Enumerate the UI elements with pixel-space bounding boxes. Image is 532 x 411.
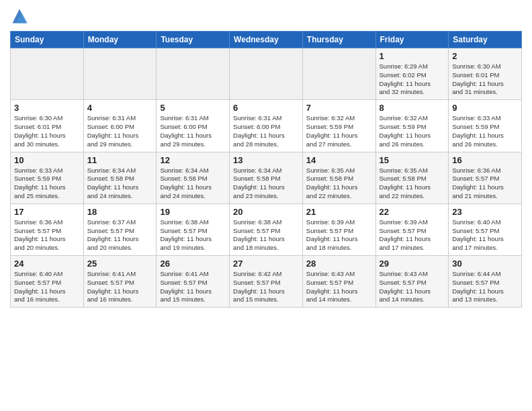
day-cell: 9Sunrise: 6:33 AM Sunset: 5:59 PM Daylig… [449,100,522,152]
day-info: Sunrise: 6:37 AM Sunset: 5:57 PM Dayligh… [87,218,153,253]
weekday-header-row: SundayMondayTuesdayWednesdayThursdayFrid… [11,32,522,48]
day-number: 22 [380,207,445,217]
day-info: Sunrise: 6:36 AM Sunset: 5:57 PM Dayligh… [14,218,80,253]
day-number: 5 [160,103,226,113]
week-row-5: 24Sunrise: 6:40 AM Sunset: 5:57 PM Dayli… [11,256,522,308]
day-cell [83,48,157,100]
calendar: SundayMondayTuesdayWednesdayThursdayFrid… [10,31,522,308]
day-cell: 25Sunrise: 6:41 AM Sunset: 5:57 PM Dayli… [83,256,157,308]
day-info: Sunrise: 6:38 AM Sunset: 5:57 PM Dayligh… [160,218,226,253]
day-number: 7 [306,103,372,113]
day-info: Sunrise: 6:43 AM Sunset: 5:57 PM Dayligh… [380,270,445,304]
day-number: 4 [87,103,153,113]
day-number: 19 [160,207,226,217]
day-info: Sunrise: 6:31 AM Sunset: 6:00 PM Dayligh… [87,114,153,148]
day-number: 6 [233,103,299,113]
day-info: Sunrise: 6:34 AM Sunset: 5:58 PM Dayligh… [233,167,299,201]
day-info: Sunrise: 6:32 AM Sunset: 5:59 PM Dayligh… [380,114,445,148]
week-row-4: 17Sunrise: 6:36 AM Sunset: 5:57 PM Dayli… [11,203,522,255]
day-info: Sunrise: 6:36 AM Sunset: 5:57 PM Dayligh… [452,167,518,201]
day-cell: 3Sunrise: 6:30 AM Sunset: 6:01 PM Daylig… [11,100,84,152]
day-cell: 13Sunrise: 6:34 AM Sunset: 5:58 PM Dayli… [230,152,303,203]
day-cell [11,48,84,100]
weekday-header-sunday: Sunday [11,32,84,48]
day-cell: 1Sunrise: 6:29 AM Sunset: 6:02 PM Daylig… [375,48,449,100]
day-info: Sunrise: 6:38 AM Sunset: 5:57 PM Dayligh… [233,218,299,253]
day-info: Sunrise: 6:44 AM Sunset: 5:57 PM Dayligh… [452,270,518,304]
day-cell: 8Sunrise: 6:32 AM Sunset: 5:59 PM Daylig… [375,100,449,152]
day-cell: 26Sunrise: 6:41 AM Sunset: 5:57 PM Dayli… [157,256,230,308]
day-cell: 23Sunrise: 6:40 AM Sunset: 5:57 PM Dayli… [449,203,522,255]
day-number: 26 [160,259,226,269]
day-number: 28 [306,259,372,269]
day-number: 25 [87,259,153,269]
weekday-header-saturday: Saturday [449,32,522,48]
day-cell: 2Sunrise: 6:30 AM Sunset: 6:01 PM Daylig… [449,48,522,100]
day-cell: 22Sunrise: 6:39 AM Sunset: 5:57 PM Dayli… [375,203,449,255]
day-number: 11 [87,155,153,165]
day-number: 12 [160,155,226,165]
logo-icon [10,7,29,26]
day-cell: 7Sunrise: 6:32 AM Sunset: 5:59 PM Daylig… [302,100,375,152]
week-row-3: 10Sunrise: 6:33 AM Sunset: 5:59 PM Dayli… [11,152,522,203]
day-cell: 10Sunrise: 6:33 AM Sunset: 5:59 PM Dayli… [11,152,84,203]
page: SundayMondayTuesdayWednesdayThursdayFrid… [0,0,532,318]
day-info: Sunrise: 6:33 AM Sunset: 5:59 PM Dayligh… [452,114,518,148]
day-info: Sunrise: 6:35 AM Sunset: 5:58 PM Dayligh… [380,167,445,201]
day-number: 27 [233,259,299,269]
day-cell: 6Sunrise: 6:31 AM Sunset: 6:00 PM Daylig… [230,100,303,152]
day-number: 17 [14,207,80,217]
day-cell: 24Sunrise: 6:40 AM Sunset: 5:57 PM Dayli… [11,256,84,308]
week-row-1: 1Sunrise: 6:29 AM Sunset: 6:02 PM Daylig… [11,48,522,100]
day-info: Sunrise: 6:34 AM Sunset: 5:58 PM Dayligh… [87,167,153,201]
day-info: Sunrise: 6:31 AM Sunset: 6:00 PM Dayligh… [233,114,299,148]
day-cell: 29Sunrise: 6:43 AM Sunset: 5:57 PM Dayli… [375,256,449,308]
day-info: Sunrise: 6:41 AM Sunset: 5:57 PM Dayligh… [87,270,153,304]
weekday-header-tuesday: Tuesday [157,32,230,48]
day-cell: 19Sunrise: 6:38 AM Sunset: 5:57 PM Dayli… [157,203,230,255]
day-info: Sunrise: 6:29 AM Sunset: 6:02 PM Dayligh… [380,62,445,97]
day-info: Sunrise: 6:39 AM Sunset: 5:57 PM Dayligh… [380,218,445,253]
day-number: 3 [14,103,80,113]
day-cell: 12Sunrise: 6:34 AM Sunset: 5:58 PM Dayli… [157,152,230,203]
day-info: Sunrise: 6:40 AM Sunset: 5:57 PM Dayligh… [14,270,80,304]
day-number: 30 [452,259,518,269]
day-cell: 11Sunrise: 6:34 AM Sunset: 5:58 PM Dayli… [83,152,157,203]
day-number: 1 [380,51,445,61]
weekday-header-wednesday: Wednesday [230,32,303,48]
day-info: Sunrise: 6:33 AM Sunset: 5:59 PM Dayligh… [14,167,80,201]
day-info: Sunrise: 6:35 AM Sunset: 5:58 PM Dayligh… [306,167,372,201]
day-number: 18 [87,207,153,217]
day-info: Sunrise: 6:42 AM Sunset: 5:57 PM Dayligh… [233,270,299,304]
day-info: Sunrise: 6:31 AM Sunset: 6:00 PM Dayligh… [160,114,226,148]
day-info: Sunrise: 6:30 AM Sunset: 6:01 PM Dayligh… [14,114,80,148]
day-number: 8 [380,103,445,113]
day-cell [230,48,303,100]
day-cell [157,48,230,100]
weekday-header-friday: Friday [375,32,449,48]
day-number: 16 [452,155,518,165]
day-cell: 18Sunrise: 6:37 AM Sunset: 5:57 PM Dayli… [83,203,157,255]
day-number: 10 [14,155,80,165]
day-cell: 15Sunrise: 6:35 AM Sunset: 5:58 PM Dayli… [375,152,449,203]
day-cell: 30Sunrise: 6:44 AM Sunset: 5:57 PM Dayli… [449,256,522,308]
day-cell: 14Sunrise: 6:35 AM Sunset: 5:58 PM Dayli… [302,152,375,203]
day-cell: 4Sunrise: 6:31 AM Sunset: 6:00 PM Daylig… [83,100,157,152]
weekday-header-monday: Monday [83,32,157,48]
logo [10,7,32,26]
day-number: 24 [14,259,80,269]
day-info: Sunrise: 6:40 AM Sunset: 5:57 PM Dayligh… [452,218,518,253]
day-number: 2 [452,51,518,61]
header [10,7,522,26]
day-number: 29 [380,259,445,269]
day-number: 23 [452,207,518,217]
day-number: 21 [306,207,372,217]
day-number: 13 [233,155,299,165]
day-cell: 5Sunrise: 6:31 AM Sunset: 6:00 PM Daylig… [157,100,230,152]
day-cell: 21Sunrise: 6:39 AM Sunset: 5:57 PM Dayli… [302,203,375,255]
day-number: 14 [306,155,372,165]
day-number: 15 [380,155,445,165]
day-info: Sunrise: 6:41 AM Sunset: 5:57 PM Dayligh… [160,270,226,304]
day-info: Sunrise: 6:32 AM Sunset: 5:59 PM Dayligh… [306,114,372,148]
day-info: Sunrise: 6:30 AM Sunset: 6:01 PM Dayligh… [452,62,518,97]
